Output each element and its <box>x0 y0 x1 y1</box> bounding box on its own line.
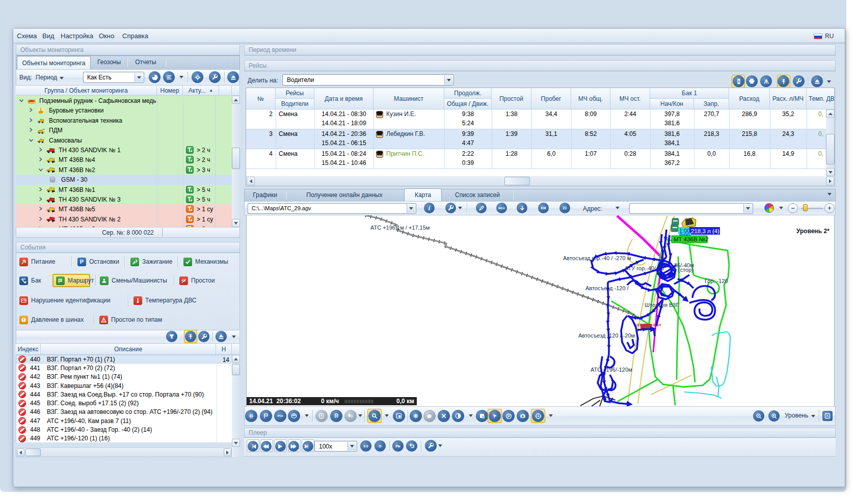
svg-text:МТ 436В №2: МТ 436В №2 <box>674 236 709 242</box>
svg-text:АТУ гор.-40/-70: АТУ гор.-40/-70 <box>625 265 664 271</box>
svg-text:Автосъезд -120 /: Автосъезд -120 / <box>585 285 629 291</box>
svg-text:АТС +196,1м / +17,15м: АТС +196,1м / +17,15м <box>370 225 430 231</box>
svg-text:Гор. -120: Гор. -120 <box>705 278 728 284</box>
svg-text:(стор): (стор) <box>678 267 693 273</box>
svg-text:Автосъезд -120 / -20м: Автосъезд -120 / -20м <box>578 332 635 339</box>
svg-text:Уровень 2*: Уровень 2* <box>796 228 830 235</box>
svg-text:АТС +196/-120м: АТС +196/-120м <box>591 367 632 373</box>
svg-text:Автосъезд гор.-40 / -270 м: Автосъезд гор.-40 / -270 м <box>563 255 631 261</box>
svg-text:Штольня ВЗГ: Штольня ВЗГ <box>645 302 679 308</box>
svg-text:218,3 л (4): 218,3 л (4) <box>691 228 719 234</box>
